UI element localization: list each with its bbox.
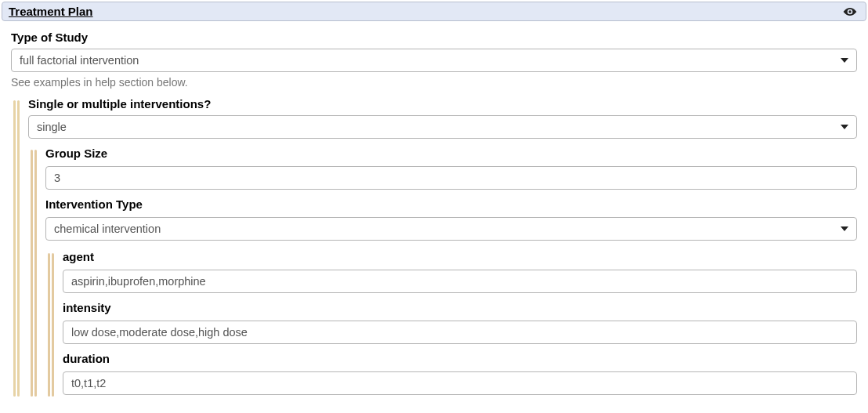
- panel-header: Treatment Plan: [2, 2, 866, 21]
- intervention-type-select[interactable]: chemical intervention: [45, 217, 857, 241]
- intervention-mode-select[interactable]: single: [28, 115, 857, 139]
- intervention-mode-label: Single or multiple interventions?: [28, 92, 857, 114]
- panel-title: Treatment Plan: [9, 5, 93, 18]
- group-size-value: 3: [54, 172, 848, 184]
- intervention-type-value: chemical intervention: [54, 223, 834, 235]
- duration-input[interactable]: t0,t1,t2: [63, 371, 857, 395]
- agent-value: aspirin,ibuprofen,morphine: [71, 275, 848, 288]
- visibility-toggle-icon[interactable]: [842, 6, 858, 17]
- agent-label: agent: [63, 245, 857, 266]
- intensity-input[interactable]: low dose,moderate dose,high dose: [63, 321, 857, 344]
- intervention-type-label: Intervention Type: [45, 193, 857, 214]
- intensity-value: low dose,moderate dose,high dose: [71, 326, 848, 339]
- duration-label: duration: [63, 347, 857, 368]
- indent-guide: [13, 100, 20, 397]
- intensity-label: intensity: [63, 296, 857, 317]
- group-size-label: Group Size: [45, 142, 857, 163]
- svg-point-0: [848, 10, 851, 13]
- indent-guide: [48, 253, 54, 397]
- form-root: Type of Study full factorial interventio…: [0, 23, 868, 397]
- type-of-study-value: full factorial intervention: [20, 54, 834, 67]
- chevron-down-icon: [841, 125, 848, 129]
- agent-input[interactable]: aspirin,ibuprofen,morphine: [63, 270, 857, 293]
- intervention-mode-value: single: [37, 121, 834, 133]
- type-of-study-label: Type of Study: [11, 26, 857, 47]
- indent-guide: [31, 150, 37, 397]
- chevron-down-icon: [841, 226, 848, 231]
- type-of-study-helper: See examples in help section below.: [11, 74, 857, 91]
- type-of-study-select[interactable]: full factorial intervention: [11, 49, 857, 72]
- group-size-input[interactable]: 3: [45, 166, 857, 190]
- chevron-down-icon: [841, 58, 848, 63]
- duration-value: t0,t1,t2: [71, 377, 848, 389]
